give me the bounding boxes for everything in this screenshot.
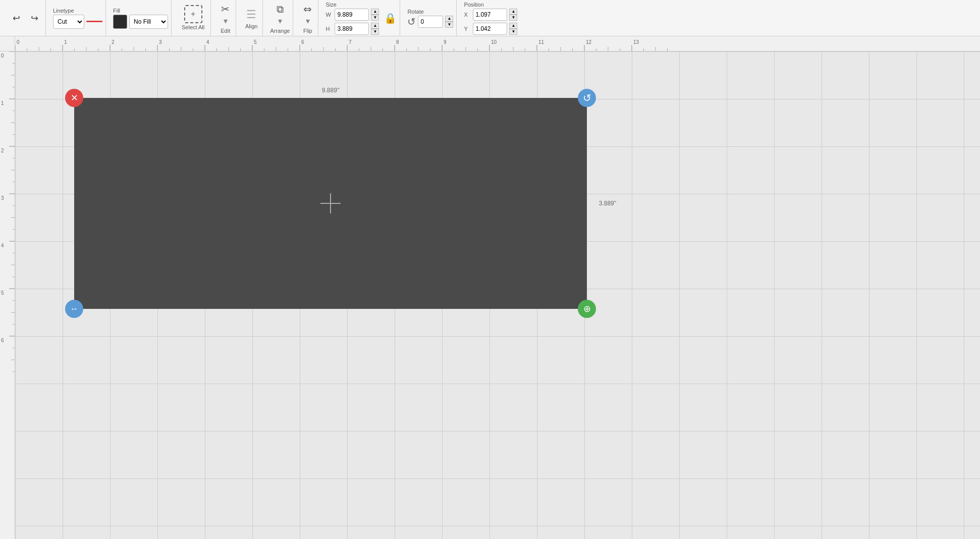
linetype-select[interactable]: Cut Draw Score	[53, 15, 84, 29]
flip-group: ⇔ ▾ Flip	[297, 0, 318, 36]
center-crosshair	[320, 193, 341, 213]
svg-text:5: 5	[254, 39, 257, 45]
y-label: Y	[464, 26, 471, 32]
linetype-group: Linetype Cut Draw Score	[50, 0, 106, 36]
rotate-stepper[interactable]: ▲ ▼	[445, 16, 453, 28]
y-up-button[interactable]: ▲	[509, 23, 517, 29]
arrange-dropdown-arrow: ▾	[278, 16, 282, 26]
align-button[interactable]: ☰	[243, 6, 259, 23]
width-stepper[interactable]: ▲ ▼	[371, 9, 379, 21]
align-group: ☰ Align	[240, 0, 263, 36]
x-input[interactable]	[473, 9, 507, 21]
width-label: W	[325, 12, 333, 18]
align-icon: ☰	[246, 8, 256, 21]
lock-icon[interactable]: 🔒	[384, 12, 397, 24]
height-down-button[interactable]: ▼	[371, 29, 379, 35]
svg-text:3: 3	[159, 39, 162, 45]
rotate-icon: ↺	[407, 16, 416, 28]
handle-bottom-left[interactable]: ↔	[65, 300, 83, 318]
svg-text:2: 2	[112, 39, 115, 45]
select-all-label: Select All	[182, 24, 204, 30]
flip-button[interactable]: ⇔ ▾	[300, 1, 315, 28]
handle-bottom-right[interactable]: ⊕	[578, 300, 596, 318]
svg-text:6: 6	[301, 39, 304, 45]
rotate-input[interactable]	[418, 16, 443, 28]
rotate-group: Rotate ↺ ▲ ▼	[404, 0, 457, 36]
edit-dropdown-arrow: ▾	[224, 16, 228, 26]
rotate-label: Rotate	[407, 9, 423, 15]
align-label: Align	[245, 23, 257, 29]
shape-rectangle[interactable]: 9.889" 3.889" ✕ ↺ ↔ ⊕	[74, 98, 587, 309]
canvas-area[interactable]: 012345678910111213 0123456 9.889" 3.889"…	[0, 36, 980, 539]
edit-button[interactable]: ✂ ▾	[218, 1, 233, 28]
flip-label: Flip	[303, 28, 312, 34]
flip-icon: ⇔	[303, 3, 312, 15]
height-up-button[interactable]: ▲	[371, 23, 379, 29]
height-label: H	[325, 26, 333, 32]
x-stepper[interactable]: ▲ ▼	[509, 9, 517, 21]
edit-label: Edit	[221, 28, 230, 34]
svg-text:1: 1	[1, 100, 4, 106]
svg-text:10: 10	[491, 39, 497, 45]
redo-button[interactable]: ↪	[26, 10, 42, 26]
position-label: Position	[464, 2, 483, 8]
svg-text:5: 5	[1, 290, 4, 296]
height-stepper[interactable]: ▲ ▼	[371, 23, 379, 35]
fill-color-swatch[interactable]	[113, 15, 127, 29]
undo-button[interactable]: ↩	[8, 10, 24, 26]
y-stepper[interactable]: ▲ ▼	[509, 23, 517, 35]
svg-text:2: 2	[1, 148, 4, 153]
svg-text:3: 3	[1, 195, 4, 201]
ruler-v-svg: 0123456	[0, 51, 15, 539]
fill-select[interactable]: No Fill Solid Gradient	[129, 15, 168, 29]
svg-text:6: 6	[1, 338, 4, 343]
main-canvas[interactable]: 9.889" 3.889" ✕ ↺ ↔ ⊕	[15, 51, 980, 539]
position-group: Position X ▲ ▼ Y ▲ ▼	[461, 0, 520, 36]
y-down-button[interactable]: ▼	[509, 29, 517, 35]
x-down-button[interactable]: ▼	[509, 15, 517, 21]
handle-top-left[interactable]: ✕	[65, 89, 83, 107]
svg-text:12: 12	[586, 39, 592, 45]
ruler-corner	[0, 36, 15, 51]
height-dimension-label: 3.889"	[599, 200, 616, 207]
svg-text:11: 11	[538, 39, 545, 45]
width-down-button[interactable]: ▼	[371, 15, 379, 21]
width-dimension-label: 9.889"	[322, 87, 339, 94]
toolbar: ↩ ↪ Linetype Cut Draw Score Fill No Fill	[0, 0, 980, 36]
linetype-color-swatch	[86, 21, 102, 22]
fill-label: Fill	[113, 8, 120, 14]
svg-text:4: 4	[1, 243, 4, 248]
svg-text:0: 0	[17, 39, 20, 45]
select-all-group: Select All	[176, 0, 211, 36]
undo-redo-group: ↩ ↪	[5, 0, 46, 36]
fill-group: Fill No Fill Solid Gradient	[110, 0, 172, 36]
width-input[interactable]	[335, 9, 369, 21]
y-input[interactable]	[473, 23, 507, 35]
x-label: X	[464, 12, 471, 18]
rotate-down-button[interactable]: ▼	[445, 22, 453, 28]
edit-group: ✂ ▾ Edit	[215, 0, 236, 36]
x-up-button[interactable]: ▲	[509, 9, 517, 15]
svg-text:0: 0	[1, 53, 4, 59]
select-all-button[interactable]: Select All	[179, 3, 207, 33]
svg-text:4: 4	[206, 39, 209, 45]
vertical-ruler: 0123456	[0, 51, 15, 539]
handle-top-right[interactable]: ↺	[578, 89, 596, 107]
arrange-button[interactable]: ⧉ ▾	[274, 2, 287, 28]
svg-text:13: 13	[633, 39, 639, 45]
svg-text:8: 8	[396, 39, 399, 45]
size-group: Size W ▲ ▼ H ▲ ▼	[322, 0, 400, 36]
arrange-group: ⧉ ▾ Arrange	[267, 0, 293, 36]
scissors-icon: ✂	[221, 3, 230, 15]
height-input[interactable]	[335, 23, 369, 35]
horizontal-ruler: 012345678910111213	[15, 36, 980, 51]
width-up-button[interactable]: ▲	[371, 9, 379, 15]
select-all-icon	[184, 5, 202, 23]
size-label: Size	[325, 2, 336, 8]
rotate-up-button[interactable]: ▲	[445, 16, 453, 22]
svg-text:1: 1	[64, 39, 67, 45]
arrange-label: Arrange	[270, 28, 290, 34]
ruler-h-svg: 012345678910111213	[15, 36, 980, 51]
svg-text:9: 9	[444, 39, 447, 45]
svg-text:7: 7	[349, 39, 352, 45]
